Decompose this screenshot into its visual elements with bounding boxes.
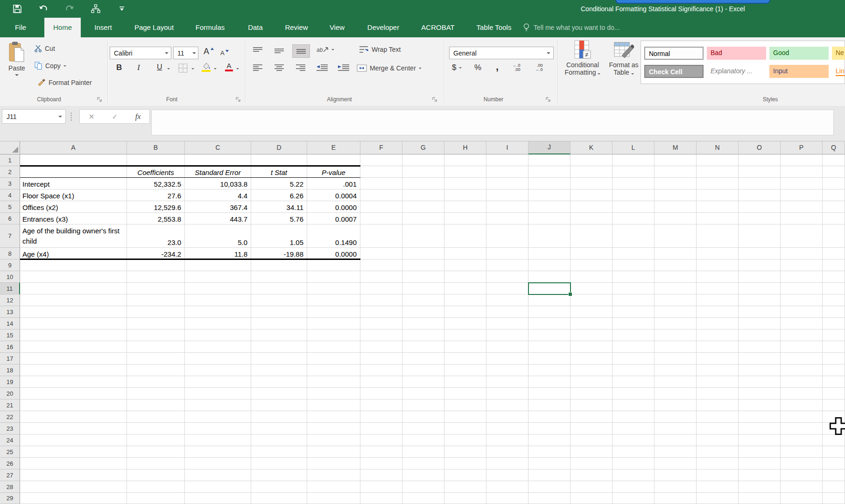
cell-H28[interactable]: [444, 481, 486, 493]
cell-N26[interactable]: [697, 458, 739, 469]
cell-M23[interactable]: [655, 423, 697, 434]
cell-I11[interactable]: [486, 283, 528, 294]
row-header-17[interactable]: 17: [0, 353, 20, 364]
cell-L1[interactable]: [613, 154, 655, 166]
cell-G13[interactable]: [402, 306, 444, 318]
fill-color-button[interactable]: [202, 63, 211, 72]
borders-button[interactable]: [178, 63, 188, 73]
cell-E29[interactable]: [307, 493, 360, 504]
cell-P10[interactable]: [781, 271, 823, 283]
cell-E25[interactable]: [307, 446, 360, 458]
cell-D14[interactable]: [251, 318, 307, 329]
column-header-G[interactable]: G: [402, 141, 444, 154]
underline-dropdown-icon[interactable]: [167, 68, 170, 70]
cell-O8[interactable]: [739, 248, 781, 259]
cell-P9[interactable]: [781, 259, 823, 271]
cell-C2[interactable]: Standard Error: [185, 166, 251, 178]
cell-H10[interactable]: [444, 271, 486, 283]
cell-C19[interactable]: [185, 376, 251, 388]
format-painter-button[interactable]: Format Painter: [37, 78, 92, 86]
wrap-text-button[interactable]: Wrap Text: [359, 46, 401, 53]
cell-L26[interactable]: [613, 458, 655, 469]
cell-B9[interactable]: [127, 259, 185, 271]
cell-J8[interactable]: [528, 248, 570, 259]
cell-Q26[interactable]: [823, 458, 845, 469]
cell-I25[interactable]: [486, 446, 528, 458]
cell-I12[interactable]: [486, 294, 528, 306]
cell-J29[interactable]: [528, 493, 570, 504]
column-header-K[interactable]: K: [570, 141, 613, 154]
cell-J13[interactable]: [528, 306, 570, 318]
cell-H6[interactable]: [444, 213, 486, 224]
align-right-button[interactable]: [296, 64, 306, 71]
cell-N7[interactable]: [697, 224, 739, 248]
cell-C14[interactable]: [185, 318, 251, 329]
cell-I13[interactable]: [486, 306, 528, 318]
cell-O13[interactable]: [739, 306, 781, 318]
cell-P15[interactable]: [781, 329, 823, 341]
cell-I26[interactable]: [486, 458, 528, 469]
cell-D2[interactable]: t Stat: [251, 166, 307, 178]
tab-home[interactable]: Home: [44, 18, 81, 37]
cell-O5[interactable]: [739, 201, 781, 213]
cell-P23[interactable]: [781, 423, 823, 434]
cell-L8[interactable]: [613, 248, 655, 259]
cell-E13[interactable]: [307, 306, 360, 318]
increase-decimal-button[interactable]: ←.0 .00: [513, 63, 521, 72]
dialog-launcher-icon[interactable]: [97, 97, 102, 102]
italic-button[interactable]: I: [137, 63, 140, 72]
cell-Q17[interactable]: [823, 353, 845, 364]
cell-J24[interactable]: [528, 434, 570, 446]
cell-E24[interactable]: [307, 434, 360, 446]
cell-J28[interactable]: [528, 481, 570, 493]
row-header-12[interactable]: 12: [0, 294, 20, 306]
cell-M11[interactable]: [655, 283, 697, 294]
cell-L5[interactable]: [613, 201, 655, 213]
row-header-4[interactable]: 4: [0, 189, 20, 201]
cell-F27[interactable]: [360, 469, 402, 481]
cell-H21[interactable]: [444, 399, 486, 411]
cell-B21[interactable]: [127, 399, 185, 411]
cell-K14[interactable]: [570, 318, 613, 329]
cell-K5[interactable]: [570, 201, 613, 213]
cell-F6[interactable]: [360, 213, 402, 224]
cell-C21[interactable]: [185, 399, 251, 411]
cell-B2[interactable]: Coefficients: [127, 166, 185, 178]
cell-I16[interactable]: [486, 341, 528, 353]
cell-F24[interactable]: [360, 434, 402, 446]
cell-Q25[interactable]: [823, 446, 845, 458]
cell-N19[interactable]: [697, 376, 739, 388]
cell-O6[interactable]: [739, 213, 781, 224]
cell-D22[interactable]: [251, 411, 307, 423]
decrease-indent-button[interactable]: [316, 64, 328, 71]
cell-I9[interactable]: [486, 259, 528, 271]
cell-L2[interactable]: [613, 166, 655, 178]
cell-H17[interactable]: [444, 353, 486, 364]
cell-J15[interactable]: [528, 329, 570, 341]
cell-M10[interactable]: [655, 271, 697, 283]
cell-P5[interactable]: [781, 201, 823, 213]
cell-P14[interactable]: [781, 318, 823, 329]
cell-J14[interactable]: [528, 318, 570, 329]
cell-D8[interactable]: -19.88: [251, 248, 307, 259]
cell-L11[interactable]: [613, 283, 655, 294]
borders-dropdown-icon[interactable]: [191, 68, 194, 70]
cell-G18[interactable]: [402, 364, 444, 376]
cell-F8[interactable]: [360, 248, 402, 259]
cell-M15[interactable]: [655, 329, 697, 341]
cell-P4[interactable]: [781, 189, 823, 201]
row-header-6[interactable]: 6: [0, 213, 20, 224]
cell-A17[interactable]: [20, 353, 127, 364]
cell-K11[interactable]: [570, 283, 613, 294]
cell-F22[interactable]: [360, 411, 402, 423]
cell-I20[interactable]: [486, 388, 528, 399]
cell-K9[interactable]: [570, 259, 613, 271]
cell-C26[interactable]: [185, 458, 251, 469]
align-bottom-button[interactable]: [292, 44, 310, 58]
cell-I5[interactable]: [486, 201, 528, 213]
cell-A5[interactable]: Offices (x2): [20, 201, 127, 213]
cell-N1[interactable]: [697, 154, 739, 166]
cell-I21[interactable]: [486, 399, 528, 411]
cell-P12[interactable]: [781, 294, 823, 306]
cell-N24[interactable]: [697, 434, 739, 446]
